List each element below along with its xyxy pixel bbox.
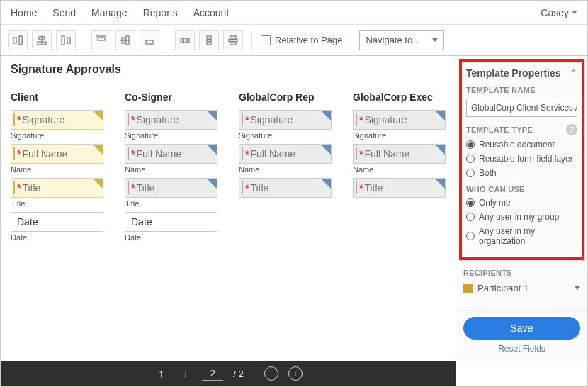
title-field[interactable]: *Title: [239, 178, 332, 198]
field-label: Name: [239, 165, 332, 174]
section-heading: GlobalCorp Rep: [239, 91, 332, 103]
template-name-label: TEMPLATE NAME: [466, 86, 577, 94]
relative-to-page-checkbox[interactable]: Relative to Page: [261, 35, 342, 45]
field-placeholder: Signature: [22, 114, 64, 125]
template-name-input[interactable]: GlobalCorp Client Services Agreement: [466, 99, 577, 117]
nav-reports[interactable]: Reports: [143, 7, 178, 18]
field-corner-icon: [435, 145, 445, 155]
align-tool-3[interactable]: [56, 30, 76, 50]
section-heading: Co-Signer: [125, 91, 217, 103]
field-corner-icon: [321, 145, 331, 155]
svg-rect-20: [230, 36, 236, 38]
title-field[interactable]: *Title: [353, 178, 446, 198]
date-field[interactable]: Date: [11, 212, 103, 232]
align-tool-1[interactable]: [8, 30, 28, 50]
section-co-signer: Co-Signer*SignatureSignature*Full NameNa…: [125, 87, 217, 246]
align-tool-6[interactable]: [140, 30, 159, 50]
radio-label: Any user in my organization: [479, 226, 577, 246]
template-properties-section: Template Properties ⌃ TEMPLATE NAME Glob…: [459, 59, 584, 260]
page-down-button: ↓: [178, 366, 192, 381]
section-globalcorp-rep: GlobalCorp Rep*SignatureSignature*Full N…: [239, 87, 332, 246]
svg-rect-1: [19, 36, 22, 45]
svg-rect-6: [67, 38, 70, 43]
required-indicator: *: [17, 114, 21, 125]
align-tool-4[interactable]: [91, 30, 111, 50]
radio-label: Only me: [479, 198, 511, 208]
field-label: Date: [11, 233, 103, 242]
field-label: Name: [353, 165, 446, 174]
align-tool-2[interactable]: [32, 30, 52, 50]
document-title: Signature Approvals: [11, 63, 446, 76]
svg-rect-19: [207, 43, 211, 45]
field-label: Signature: [11, 131, 103, 140]
participant-row[interactable]: Participant 1: [456, 280, 587, 299]
alignment-toolbar: Relative to Page Navigate to...: [1, 25, 587, 56]
who-can-use-option-0[interactable]: Only me: [466, 198, 577, 208]
field-corner-icon: [93, 111, 103, 120]
full-name-field[interactable]: *Full Name: [11, 144, 103, 164]
title-field[interactable]: *Title: [125, 178, 217, 198]
template-type-option-1[interactable]: Reusable form field layer: [466, 154, 577, 164]
full-name-field[interactable]: *Full Name: [125, 144, 217, 164]
navigate-to-select[interactable]: Navigate to...: [359, 30, 444, 50]
date-field[interactable]: Date: [125, 212, 217, 232]
collapse-button[interactable]: ⌃: [570, 68, 577, 78]
distribute-tool-1[interactable]: [175, 30, 195, 50]
field-label: Title: [125, 199, 217, 208]
template-type-option-2[interactable]: Both: [466, 168, 577, 178]
required-indicator: *: [245, 148, 249, 159]
page-number-input[interactable]: [202, 366, 223, 381]
field-corner-icon: [93, 179, 103, 189]
who-can-use-label: WHO CAN USE: [466, 185, 577, 194]
required-indicator: *: [245, 182, 249, 194]
svg-rect-0: [13, 38, 16, 43]
section-globalcorp-exec: GlobalCorp Exec*SignatureSignature*Full …: [353, 87, 446, 246]
who-can-use-option-1[interactable]: Any user in my group: [466, 212, 577, 222]
field-label: Name: [125, 165, 217, 174]
field-placeholder: Date: [17, 216, 38, 228]
signature-field[interactable]: *Signature: [11, 110, 103, 130]
checkbox-icon: [261, 35, 271, 45]
title-field[interactable]: *Title: [11, 178, 103, 198]
reset-fields-link[interactable]: Reset Fields: [463, 344, 580, 354]
nav-manage[interactable]: Manage: [91, 7, 128, 18]
svg-rect-8: [98, 38, 105, 40]
field-label: Signature: [353, 131, 446, 140]
template-type-option-0[interactable]: Reusable document: [466, 140, 577, 150]
field-placeholder: Date: [131, 216, 152, 228]
field-label: Date: [125, 233, 217, 242]
field-placeholder: Title: [364, 182, 383, 194]
field-corner-icon: [207, 145, 217, 155]
nav-home[interactable]: Home: [11, 7, 37, 18]
template-type-label: TEMPLATE TYPE: [466, 125, 533, 134]
document-canvas: Signature Approvals Client*SignatureSign…: [1, 56, 456, 361]
field-placeholder: Signature: [364, 114, 407, 125]
signature-field[interactable]: *Signature: [353, 110, 446, 130]
panel-title: Template Properties: [466, 67, 561, 79]
required-indicator: *: [131, 114, 135, 125]
nav-send[interactable]: Send: [52, 7, 76, 18]
distribute-tool-3[interactable]: [223, 30, 243, 50]
signature-field[interactable]: *Signature: [239, 110, 332, 130]
align-tool-5[interactable]: [115, 30, 135, 50]
page-total: / 2: [233, 369, 243, 379]
signature-field[interactable]: *Signature: [125, 110, 217, 130]
user-menu[interactable]: Casey: [541, 7, 577, 18]
page-up-button[interactable]: ↑: [154, 366, 168, 381]
section-client: Client*SignatureSignature*Full NameName*…: [11, 87, 103, 246]
distribute-tool-2[interactable]: [199, 30, 219, 50]
who-can-use-option-2[interactable]: Any user in my organization: [466, 226, 577, 246]
zoom-in-button[interactable]: +: [288, 366, 303, 381]
svg-rect-5: [62, 36, 64, 45]
field-label: Signature: [239, 131, 332, 140]
help-icon[interactable]: ?: [566, 124, 577, 135]
nav-account[interactable]: Account: [193, 7, 230, 18]
relative-to-page-label: Relative to Page: [275, 35, 342, 45]
save-button[interactable]: Save: [463, 317, 580, 340]
zoom-out-button[interactable]: −: [264, 366, 278, 381]
required-indicator: *: [17, 182, 21, 194]
full-name-field[interactable]: *Full Name: [353, 144, 446, 164]
field-corner-icon: [435, 111, 445, 120]
full-name-field[interactable]: *Full Name: [239, 144, 332, 164]
properties-panel: Template Properties ⌃ TEMPLATE NAME Glob…: [456, 56, 587, 361]
